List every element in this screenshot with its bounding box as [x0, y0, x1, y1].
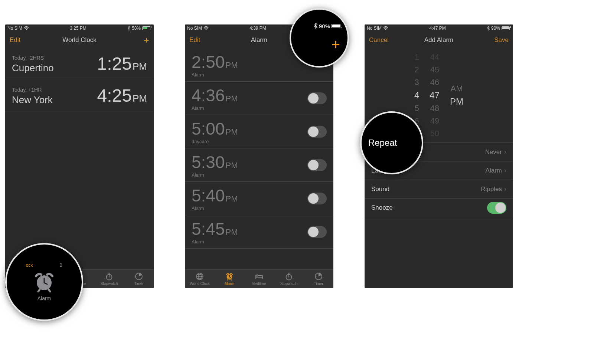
alarm-clock-icon [26, 271, 63, 294]
carrier-text: No SIM [7, 26, 22, 31]
callout-edge-right: B [59, 263, 62, 268]
picker-ampm-column[interactable]: AMPM [450, 84, 463, 107]
bluetooth-icon [127, 26, 130, 30]
alarm-toggle[interactable] [307, 193, 327, 204]
snooze-toggle[interactable] [487, 202, 506, 214]
alarm-toggle[interactable] [307, 226, 327, 238]
alarm-time: 2:50PM [192, 52, 238, 72]
picker-value: 48 [430, 104, 439, 113]
timer-icon [134, 272, 143, 281]
alarm-row[interactable]: 5:45PMAlarm [185, 215, 333, 249]
setting-value: Ripples [481, 186, 502, 193]
chevron-right-icon: › [504, 148, 506, 156]
callout-add-button: 90% + [290, 8, 349, 68]
tab-label: Stopwatch [101, 282, 118, 286]
picker-value: 1 [415, 52, 419, 62]
picker-value: AM [451, 84, 463, 94]
status-bar: No SIM 3:25 PM 58% [5, 24, 154, 32]
tab-alarm[interactable]: Alarm [215, 270, 244, 288]
picker-value: 2 [415, 65, 419, 75]
nav-bar: Cancel Add Alarm Save [365, 32, 513, 48]
alarm-toggle[interactable] [307, 159, 327, 171]
callout-repeat-label: Repeat [368, 138, 397, 148]
carrier-text: No SIM [367, 26, 382, 31]
picker-minute-column[interactable]: 44454647484950 [430, 52, 440, 138]
alarm-time: 5:45PM [192, 219, 238, 239]
chevron-right-icon: › [504, 185, 506, 193]
page-title: Alarm [251, 36, 267, 44]
tab-timer[interactable]: Timer [124, 270, 154, 288]
setting-value: Never [485, 148, 502, 156]
setting-snooze[interactable]: Snooze [365, 199, 513, 217]
world-clock-row[interactable]: Today, +1HRNew York4:25PM [5, 80, 154, 112]
picker-value: 50 [430, 129, 439, 138]
setting-value: Alarm [486, 167, 502, 174]
battery-pct: 58% [132, 26, 141, 31]
alarm-row[interactable]: 5:00PMdaycare [185, 115, 333, 148]
alarm-row[interactable]: 5:30PMAlarm [185, 148, 333, 182]
setting-sound[interactable]: SoundRipples› [365, 180, 513, 199]
tab-label: Timer [314, 282, 323, 286]
callout-repeat-row: Repeat [360, 111, 423, 174]
save-button[interactable]: Save [486, 36, 509, 44]
carrier-text: No SIM [187, 26, 202, 31]
tab-stopwatch[interactable]: Stopwatch [94, 270, 124, 288]
alarm-row[interactable]: 5:40PMAlarm [185, 182, 333, 215]
offset-text: Today, -2HRS [12, 55, 54, 61]
tab-label: Alarm [225, 282, 234, 286]
status-bar: No SIM 4:47 PM 90% [365, 24, 513, 32]
picker-value: 46 [430, 78, 439, 87]
bed-icon [255, 272, 264, 281]
setting-key: Sound [371, 186, 389, 193]
picker-value: 44 [430, 52, 439, 62]
picker-value: 5 [415, 104, 419, 113]
callout-alarm-tab: ock B Alarm [5, 243, 83, 321]
tab-world-clock[interactable]: World Clock [185, 270, 215, 288]
bluetooth-icon [487, 26, 490, 30]
tab-stopwatch[interactable]: Stopwatch [274, 270, 304, 288]
picker-value: 47 [430, 90, 440, 101]
picker-value: 3 [415, 78, 419, 87]
alarm-row[interactable]: 4:36PMAlarm [185, 82, 333, 115]
alarm-toggle[interactable] [307, 126, 327, 138]
nav-bar: Edit World Clock + [5, 32, 154, 48]
stopwatch-icon [105, 272, 114, 281]
page-title: Add Alarm [424, 36, 453, 44]
picker-value: 45 [430, 65, 439, 75]
cancel-button[interactable]: Cancel [369, 36, 391, 44]
status-time: 4:47 PM [429, 26, 446, 31]
tab-bar: World ClockAlarmBedtimeStopwatchTimer [185, 269, 333, 288]
alarm-label: Alarm [192, 206, 238, 211]
alarm-label: daycare [192, 139, 238, 144]
tab-label: World Clock [190, 282, 210, 286]
callout-battery-pct: 90% [319, 23, 330, 29]
edit-button[interactable]: Edit [189, 36, 212, 44]
alarm-label: Alarm [192, 105, 238, 111]
edit-button[interactable]: Edit [10, 36, 32, 44]
alarm-label: Alarm [192, 239, 238, 245]
tab-timer[interactable]: Timer [304, 270, 333, 288]
tab-bedtime[interactable]: Bedtime [244, 270, 274, 288]
picker-value: 4 [414, 90, 419, 101]
alarm-time: 5:40PM [192, 186, 238, 206]
world-clock-row[interactable]: Today, -2HRSCupertino1:25PM [5, 48, 154, 80]
battery-icon [332, 23, 342, 29]
tab-label: Bedtime [252, 282, 266, 286]
add-button[interactable]: + [127, 35, 149, 45]
bluetooth-icon [314, 23, 317, 30]
alarm-time: 5:30PM [192, 152, 238, 172]
picker-value: 49 [430, 116, 439, 126]
alarm-toggle[interactable] [307, 92, 327, 104]
globe-icon [195, 272, 204, 281]
wifi-icon [383, 26, 388, 30]
alarm-label: Alarm [192, 172, 238, 178]
plus-icon: + [144, 35, 149, 46]
page-title: World Clock [62, 36, 96, 44]
battery-pct: 90% [491, 26, 500, 31]
chevron-right-icon: › [504, 167, 506, 174]
status-time: 3:25 PM [70, 26, 87, 31]
alarm-time: 4:36PM [192, 85, 238, 105]
alarm-label: Alarm [192, 72, 238, 78]
tab-label: Timer [134, 282, 143, 286]
setting-key: Snooze [371, 204, 393, 211]
